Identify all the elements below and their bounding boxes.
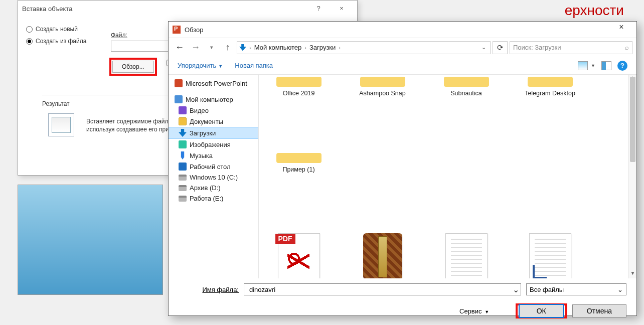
preview-pane-button[interactable] xyxy=(601,61,611,70)
folder-item[interactable]: Ashampoo Snap xyxy=(349,77,416,153)
close-button[interactable]: × xyxy=(610,23,632,37)
folder-tree: Microsoft PowerPoint Мой компьютер Видео… xyxy=(169,75,259,278)
powerpoint-icon xyxy=(173,26,181,34)
cancel-button[interactable]: Отмена xyxy=(572,304,626,317)
tree-node-music[interactable]: Музыка xyxy=(169,150,258,161)
new-folder-button[interactable]: Новая папка xyxy=(235,62,273,69)
browse-dialog: Обзор × ← → ▾ ↑ › Мой компьютер › Загруз… xyxy=(168,21,637,316)
radio-create-from-file-label: Создать из файла xyxy=(36,38,86,45)
result-icon xyxy=(48,113,74,136)
browse-dialog-titlebar: Обзор × xyxy=(169,22,636,38)
file-list-scrollbar[interactable]: ▲ ▼ xyxy=(628,75,636,278)
folder-icon xyxy=(528,77,573,87)
close-button[interactable]: × xyxy=(330,2,353,16)
breadcrumb[interactable]: › Мой компьютер › Загрузки › ⌄ xyxy=(237,41,491,54)
crumb-my-computer[interactable]: Мой компьютер xyxy=(254,44,302,51)
tree-node-drive-e[interactable]: Работа (E:) xyxy=(169,193,258,204)
search-input[interactable]: Поиск: Загрузки ⌕ xyxy=(510,41,632,54)
filename-label: Имя файла: xyxy=(179,286,239,293)
file-item-txt[interactable]: Задание тестовое xyxy=(432,229,500,278)
browse-dialog-footer: Имя файла: ⌄ Все файлы ⌄ Сервис ▼ ОК Отм… xyxy=(169,278,636,325)
view-large-icons-button[interactable] xyxy=(578,61,588,70)
tree-node-video[interactable]: Видео xyxy=(169,105,258,116)
chevron-down-icon: ⌄ xyxy=(617,286,623,293)
crumb-downloads[interactable]: Загрузки xyxy=(309,44,336,51)
tree-node-downloads[interactable]: Загрузки xyxy=(169,127,258,139)
file-item-pdf[interactable]: Пример xyxy=(265,229,333,278)
folder-icon xyxy=(276,77,321,87)
highlight-browse: Обзор... xyxy=(109,58,157,76)
view-dropdown-icon[interactable]: ▼ xyxy=(591,63,595,68)
breadcrumb-dropdown-icon[interactable]: ⌄ xyxy=(481,44,486,51)
refresh-button[interactable]: ⟳ xyxy=(493,41,508,54)
filename-dropdown-icon[interactable]: ⌄ xyxy=(513,285,519,294)
file-item-rar[interactable]: GAME_CRACK xyxy=(349,229,416,278)
folder-icon xyxy=(360,77,405,87)
tree-node-desktop[interactable]: Рабочий стол xyxy=(169,161,258,172)
background-thumb-penguins xyxy=(18,185,163,295)
insert-dialog-title: Вставка объекта xyxy=(22,5,72,13)
back-button[interactable]: ← xyxy=(173,42,187,53)
result-heading: Результат xyxy=(42,100,70,107)
tree-node-documents[interactable]: Документы xyxy=(169,116,258,127)
docx-icon: W xyxy=(529,233,571,278)
rar-icon xyxy=(363,233,402,278)
navigation-bar: ← → ▾ ↑ › Мой компьютер › Загрузки › ⌄ ⟳… xyxy=(169,38,636,57)
insert-dialog-titlebar: Вставка объекта ? × xyxy=(18,1,357,17)
browse-button[interactable]: Обзор... xyxy=(112,61,154,73)
up-button[interactable]: ↑ xyxy=(221,42,235,53)
tree-node-my-computer[interactable]: Мой компьютер xyxy=(169,94,258,105)
history-dropdown-icon[interactable]: ▾ xyxy=(205,44,219,51)
file-item-docx[interactable]: W Задания на авто xyxy=(516,229,584,278)
filename-input[interactable] xyxy=(246,284,513,295)
downloads-icon xyxy=(239,44,246,51)
forward-button[interactable]: → xyxy=(189,42,203,53)
folder-item[interactable]: Telegram Desktop xyxy=(516,77,584,153)
folder-icon xyxy=(444,77,489,87)
ok-button[interactable]: ОК xyxy=(519,304,564,318)
folder-item[interactable]: Office 2019 xyxy=(265,77,333,153)
file-label: Файл: xyxy=(111,32,127,39)
tree-node-drive-c[interactable]: Windows 10 (C:) xyxy=(169,172,258,183)
help-button[interactable]: ? xyxy=(617,61,627,71)
tree-node-drive-d[interactable]: Архив (D:) xyxy=(169,183,258,193)
txt-icon xyxy=(445,233,488,278)
pdf-icon xyxy=(278,233,320,278)
help-button[interactable]: ? xyxy=(307,2,330,16)
folder-item[interactable]: Пример (1) xyxy=(265,153,333,229)
file-type-filter[interactable]: Все файлы ⌄ xyxy=(526,283,626,295)
browse-dialog-title: Обзор xyxy=(185,26,204,34)
background-word: ерхности xyxy=(565,3,624,19)
radio-create-new-label: Создать новый xyxy=(36,26,78,33)
organize-button[interactable]: Упорядочить▼ xyxy=(178,62,223,69)
tree-node-images[interactable]: Изображения xyxy=(169,139,258,150)
folder-item[interactable]: Subnautica xyxy=(432,77,500,153)
folder-icon xyxy=(276,153,321,163)
search-placeholder: Поиск: Загрузки xyxy=(513,44,561,51)
tools-dropdown[interactable]: Сервис ▼ xyxy=(179,307,489,315)
search-icon: ⌕ xyxy=(625,44,629,51)
highlight-ok: ОК xyxy=(516,303,567,318)
browse-toolbar: Упорядочить▼ Новая папка ▼ ? xyxy=(169,57,636,75)
word-badge-icon: W xyxy=(533,265,547,278)
tree-node-powerpoint[interactable]: Microsoft PowerPoint xyxy=(169,78,258,89)
file-list: Office 2019 Ashampoo Snap Subnautica Tel… xyxy=(259,75,636,278)
